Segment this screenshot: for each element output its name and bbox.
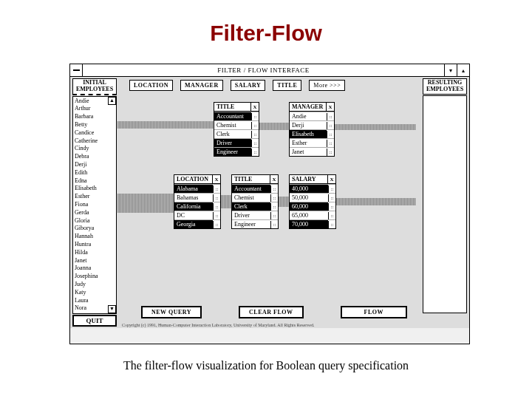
filter-item[interactable]: 60,000:: xyxy=(290,202,335,211)
filter-item[interactable]: Clerk:: xyxy=(232,202,278,211)
list-item[interactable]: Giborya xyxy=(75,225,115,233)
filter-manager[interactable]: MANAGERXAndie::Derji::Elisabeth::Esther:… xyxy=(289,102,335,157)
filter-item[interactable]: Bahamas:: xyxy=(174,193,220,202)
quit-button[interactable]: QUIT xyxy=(72,315,117,327)
list-item[interactable]: Elisabeth xyxy=(75,185,115,193)
filter-salary[interactable]: SALARYX40,000::50,000::60,000::65,000::7… xyxy=(289,174,336,229)
handle-icon[interactable]: :: xyxy=(251,113,259,120)
scroll-down-icon[interactable]: ▼ xyxy=(108,305,116,313)
handle-icon[interactable]: :: xyxy=(213,185,220,193)
system-menu-icon[interactable] xyxy=(70,64,83,76)
list-item[interactable]: Edna xyxy=(75,177,115,185)
handle-icon[interactable]: :: xyxy=(251,140,259,147)
list-item[interactable]: Debra xyxy=(75,153,115,161)
close-icon[interactable]: X xyxy=(212,175,220,183)
handle-icon[interactable]: :: xyxy=(327,131,334,138)
list-item[interactable]: Candice xyxy=(75,129,115,137)
list-item[interactable]: Arthur xyxy=(75,105,115,113)
list-item[interactable]: Catherine xyxy=(75,137,115,146)
list-item[interactable]: Barbara xyxy=(75,113,115,121)
list-item[interactable]: Betty xyxy=(75,121,115,129)
maximize-button[interactable]: ▴ xyxy=(457,64,469,76)
filter-item[interactable]: Janet:: xyxy=(290,147,334,156)
filter-item[interactable]: Andie:: xyxy=(290,112,334,120)
handle-icon[interactable]: :: xyxy=(270,203,278,211)
filter-item[interactable]: 50,000:: xyxy=(290,193,335,202)
list-item[interactable]: Josephina xyxy=(75,273,115,281)
minimize-button[interactable]: ▾ xyxy=(444,64,457,76)
handle-icon[interactable]: :: xyxy=(328,203,335,211)
filter-item[interactable]: Driver:: xyxy=(232,211,278,219)
close-icon[interactable]: X xyxy=(326,103,334,111)
filter-title-2[interactable]: TITLEXAccountant::Chemist::Clerk::Driver… xyxy=(231,174,279,229)
filter-item[interactable]: Chemist:: xyxy=(214,120,259,129)
filter-item[interactable]: Clerk:: xyxy=(214,129,259,138)
scroll-up-icon[interactable]: ▲ xyxy=(108,97,116,105)
filter-item[interactable]: Accountant:: xyxy=(232,184,278,193)
result-list[interactable] xyxy=(423,95,467,313)
list-item[interactable]: Edith xyxy=(75,169,115,177)
list-item[interactable]: Joanna xyxy=(75,265,115,273)
handle-icon[interactable]: :: xyxy=(270,185,278,193)
filter-item[interactable]: Georgia:: xyxy=(174,219,220,228)
clear-flow-button[interactable]: CLEAR FLOW xyxy=(239,306,303,318)
filter-item[interactable]: Engineer:: xyxy=(214,147,259,156)
close-icon[interactable]: X xyxy=(270,175,278,183)
handle-icon[interactable]: :: xyxy=(270,212,278,219)
list-item[interactable]: Derji xyxy=(75,161,115,169)
filter-item[interactable]: 70,000:: xyxy=(290,219,335,228)
handle-icon[interactable]: :: xyxy=(328,212,335,219)
filter-item[interactable]: Driver:: xyxy=(214,138,259,147)
new-query-button[interactable]: NEW QUERY xyxy=(141,306,202,318)
filter-item[interactable]: Alabama:: xyxy=(174,184,220,193)
filter-item[interactable]: Engineer:: xyxy=(232,219,278,228)
filter-item[interactable]: 40,000:: xyxy=(290,184,335,193)
handle-icon[interactable]: :: xyxy=(270,221,278,228)
handle-icon[interactable]: :: xyxy=(251,149,259,156)
handle-icon[interactable]: :: xyxy=(213,194,220,202)
handle-icon[interactable]: :: xyxy=(327,140,334,147)
handle-icon[interactable]: :: xyxy=(213,212,220,219)
list-item[interactable]: Gerda xyxy=(75,209,115,217)
handle-icon[interactable]: :: xyxy=(328,185,335,193)
filter-item[interactable]: Elisabeth:: xyxy=(290,129,334,138)
flow-button[interactable]: FLOW xyxy=(341,306,407,318)
handle-icon[interactable]: :: xyxy=(328,194,335,202)
filter-item[interactable]: DC:: xyxy=(174,211,220,219)
close-icon[interactable]: X xyxy=(327,175,335,183)
list-item[interactable]: Katy xyxy=(75,289,115,297)
handle-icon[interactable]: :: xyxy=(251,131,259,138)
handle-icon[interactable]: :: xyxy=(270,194,278,202)
list-item[interactable]: Gloria xyxy=(75,217,115,225)
filter-title-1[interactable]: TITLEXAccountant::Chemist::Clerk::Driver… xyxy=(214,102,259,157)
list-item[interactable]: Janet xyxy=(75,257,115,265)
attr-more-button[interactable]: More >>> xyxy=(309,80,345,91)
handle-icon[interactable]: :: xyxy=(328,221,335,228)
list-item[interactable]: Hannah xyxy=(75,233,115,241)
attr-title-button[interactable]: TITLE xyxy=(273,80,301,91)
filter-location[interactable]: LOCATIONXAlabama::Bahamas::California::D… xyxy=(174,174,221,229)
handle-icon[interactable]: :: xyxy=(327,149,334,156)
filter-item[interactable]: Derji:: xyxy=(290,120,334,129)
handle-icon[interactable]: :: xyxy=(327,113,334,120)
handle-icon[interactable]: :: xyxy=(213,221,220,228)
filter-item[interactable]: California:: xyxy=(174,202,220,211)
list-item[interactable]: Esther xyxy=(75,193,115,201)
list-item[interactable]: Hilda xyxy=(75,249,115,257)
list-item[interactable]: Cindy xyxy=(75,145,115,153)
close-icon[interactable]: X xyxy=(250,103,259,111)
list-item[interactable]: Laura xyxy=(75,297,115,305)
attr-salary-button[interactable]: SALARY xyxy=(231,80,266,91)
list-item[interactable]: Judy xyxy=(75,281,115,289)
handle-icon[interactable]: :: xyxy=(327,122,334,129)
filter-item[interactable]: Esther:: xyxy=(290,138,334,147)
filter-item[interactable]: 65,000:: xyxy=(290,211,335,219)
attr-manager-button[interactable]: MANAGER xyxy=(180,80,223,91)
list-item[interactable]: Huntra xyxy=(75,241,115,249)
handle-icon[interactable]: :: xyxy=(213,203,220,211)
employee-list[interactable]: ▲ AndieArthurBarbaraBettyCandiceCatherin… xyxy=(72,96,117,314)
list-item[interactable]: Fiona xyxy=(75,201,115,209)
attr-location-button[interactable]: LOCATION xyxy=(129,80,173,91)
handle-icon[interactable]: :: xyxy=(251,122,259,129)
filter-item[interactable]: Chemist:: xyxy=(232,193,278,202)
